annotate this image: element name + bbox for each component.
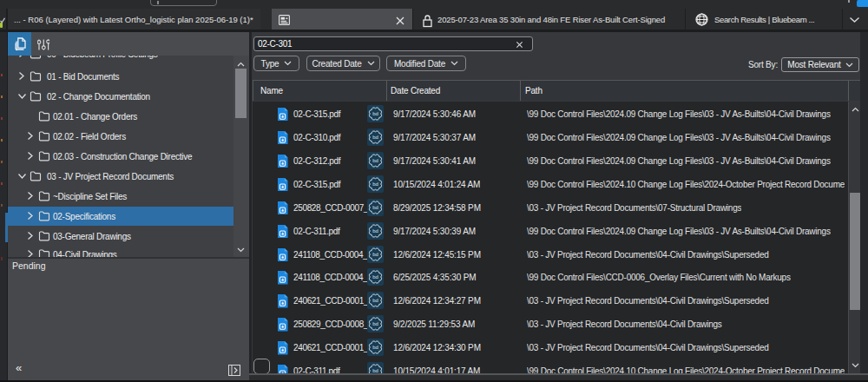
svg-text:bd: bd — [372, 299, 378, 304]
svg-text:bd: bd — [372, 275, 378, 280]
svg-text:bd: bd — [372, 345, 378, 350]
svg-text:bd: bd — [372, 111, 378, 116]
svg-text:bd: bd — [372, 252, 378, 257]
svg-text:bd: bd — [372, 322, 378, 327]
svg-text:bd: bd — [372, 158, 378, 163]
svg-text:bd: bd — [372, 181, 378, 187]
svg-text:bd: bd — [372, 205, 378, 210]
svg-text:bd: bd — [372, 228, 378, 234]
svg-text:bd: bd — [372, 135, 378, 140]
